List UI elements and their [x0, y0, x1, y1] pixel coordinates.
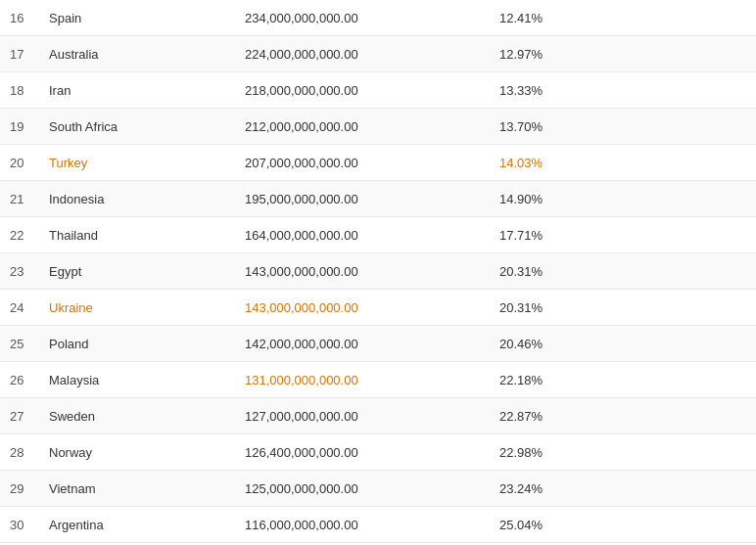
rank-cell: 21	[10, 192, 49, 206]
percent-cell: 13.70%	[499, 119, 597, 134]
country-cell: Norway	[49, 445, 245, 460]
value-cell: 142,000,000,000.00	[245, 337, 499, 351]
rank-cell: 30	[10, 518, 49, 532]
percent-cell: 14.03%	[499, 156, 597, 170]
country-cell: Egypt	[49, 264, 245, 279]
country-cell: Argentina	[49, 518, 245, 532]
value-cell: 125,000,000,000.00	[245, 481, 499, 496]
percent-cell: 22.18%	[499, 373, 597, 387]
value-cell: 131,000,000,000.00	[245, 373, 499, 387]
value-cell: 116,000,000,000.00	[245, 518, 499, 532]
value-cell: 195,000,000,000.00	[245, 192, 499, 206]
rank-cell: 17	[10, 47, 49, 62]
country-cell: Indonesia	[49, 192, 245, 206]
value-cell: 126,400,000,000.00	[245, 445, 499, 460]
country-cell: Ukraine	[49, 300, 245, 315]
percent-cell: 25.04%	[499, 518, 597, 532]
percent-cell: 23.24%	[499, 481, 597, 496]
value-cell: 224,000,000,000.00	[245, 47, 499, 62]
rank-cell: 23	[10, 264, 49, 279]
table-row: 23Egypt143,000,000,000.0020.31%	[0, 253, 756, 290]
percent-cell: 12.97%	[499, 47, 597, 62]
value-cell: 212,000,000,000.00	[245, 119, 499, 134]
rank-cell: 24	[10, 300, 49, 315]
table-row: 18Iran218,000,000,000.0013.33%	[0, 72, 756, 109]
value-cell: 127,000,000,000.00	[245, 409, 499, 424]
country-cell: Vietnam	[49, 481, 245, 496]
table-row: 17Australia224,000,000,000.0012.97%	[0, 36, 756, 72]
percent-cell: 17.71%	[499, 228, 597, 243]
rank-cell: 22	[10, 228, 49, 243]
table-row: 20Turkey207,000,000,000.0014.03%	[0, 145, 756, 181]
value-cell: 218,000,000,000.00	[245, 83, 499, 98]
country-cell: South Africa	[49, 119, 245, 134]
table-row: 24Ukraine143,000,000,000.0020.31%	[0, 290, 756, 326]
percent-cell: 20.46%	[499, 337, 597, 351]
rank-cell: 26	[10, 373, 49, 387]
country-cell: Turkey	[49, 156, 245, 170]
percent-cell: 22.98%	[499, 445, 597, 460]
rank-cell: 20	[10, 156, 49, 170]
table-row: 28Norway126,400,000,000.0022.98%	[0, 434, 756, 471]
country-cell: Australia	[49, 47, 245, 62]
value-cell: 143,000,000,000.00	[245, 264, 499, 279]
rank-cell: 28	[10, 445, 49, 460]
country-cell: Thailand	[49, 228, 245, 243]
country-cell: Malaysia	[49, 373, 245, 387]
country-cell: Spain	[49, 11, 245, 25]
percent-cell: 13.33%	[499, 83, 597, 98]
rank-cell: 29	[10, 481, 49, 496]
table-row: 30Argentina116,000,000,000.0025.04%	[0, 507, 756, 543]
table-row: 21Indonesia195,000,000,000.0014.90%	[0, 181, 756, 217]
rank-cell: 27	[10, 409, 49, 424]
table-row: 27Sweden127,000,000,000.0022.87%	[0, 398, 756, 434]
rank-cell: 25	[10, 337, 49, 351]
table-row: 22Thailand164,000,000,000.0017.71%	[0, 217, 756, 253]
table-row: 26Malaysia131,000,000,000.0022.18%	[0, 362, 756, 398]
value-cell: 143,000,000,000.00	[245, 300, 499, 315]
value-cell: 207,000,000,000.00	[245, 156, 499, 170]
table-row: 29Vietnam125,000,000,000.0023.24%	[0, 471, 756, 507]
percent-cell: 22.87%	[499, 409, 597, 424]
country-cell: Poland	[49, 337, 245, 351]
percent-cell: 14.90%	[499, 192, 597, 206]
data-table: 16Spain234,000,000,000.0012.41%17Austral…	[0, 0, 756, 545]
table-row: 16Spain234,000,000,000.0012.41%	[0, 0, 756, 36]
table-row: 25Poland142,000,000,000.0020.46%	[0, 326, 756, 362]
rank-cell: 19	[10, 119, 49, 134]
table-row: 19South Africa212,000,000,000.0013.70%	[0, 109, 756, 145]
country-cell: Sweden	[49, 409, 245, 424]
rank-cell: 16	[10, 11, 49, 25]
rank-cell: 18	[10, 83, 49, 98]
value-cell: 234,000,000,000.00	[245, 11, 499, 25]
percent-cell: 20.31%	[499, 300, 597, 315]
percent-cell: 20.31%	[499, 264, 597, 279]
value-cell: 164,000,000,000.00	[245, 228, 499, 243]
percent-cell: 12.41%	[499, 11, 597, 25]
country-cell: Iran	[49, 83, 245, 98]
